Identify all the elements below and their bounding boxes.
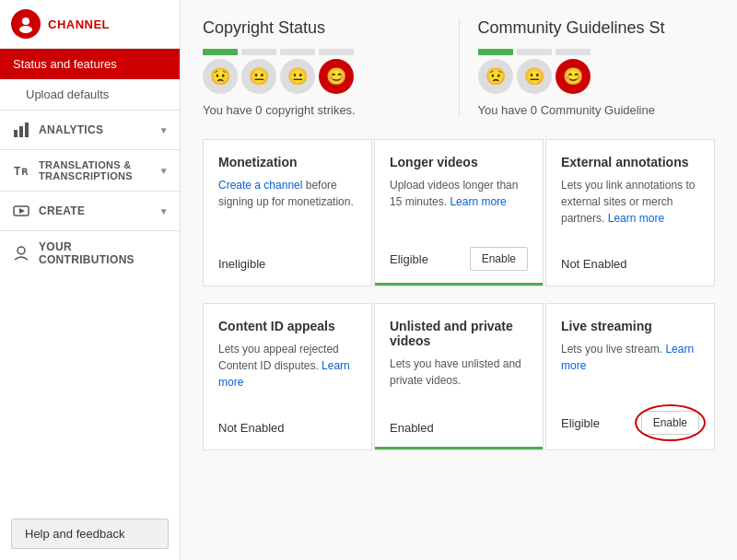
svg-rect-4 [25, 122, 29, 137]
copyright-face-row: 😟 😐 😐 😊 [203, 59, 404, 94]
svg-point-1 [19, 26, 32, 33]
card-live-streaming-title: Live streaming [561, 319, 699, 333]
card-unlisted-private-title: Unlisted and private videos [390, 319, 528, 348]
copyright-block: Copyright Status 😟 😐 😐 😊 You have 0 copy… [203, 18, 440, 117]
live-streaming-learn-more-link[interactable]: Learn more [561, 343, 694, 372]
card-unlisted-private: Unlisted and private videos Lets you hav… [374, 303, 544, 450]
copyright-bar [203, 49, 404, 55]
sidebar-item-upload[interactable]: Upload defaults [0, 79, 180, 110]
comm-face-neutral-1: 😐 [517, 59, 552, 94]
sidebar-section-translations: Tʀ TRANSLATIONS & TRANSCRIPTIONS ▼ [0, 149, 180, 191]
sidebar-item-analytics[interactable]: ANALYTICS ▼ [0, 111, 180, 149]
cards-gap [203, 288, 715, 303]
translations-chevron: ▼ [159, 166, 169, 176]
bar-seg-2 [241, 49, 276, 55]
card-longer-videos: Longer videos Upload videos longer than … [374, 139, 544, 286]
analytics-icon [11, 120, 31, 140]
svg-marker-7 [19, 208, 25, 214]
card-unlisted-private-desc: Lets you have unlisted and private video… [390, 356, 528, 401]
contributions-icon [11, 243, 31, 263]
sidebar-item-status[interactable]: Status and features [0, 49, 180, 79]
longer-videos-bar [375, 283, 543, 286]
live-streaming-enable-button[interactable]: Enable [641, 411, 699, 435]
community-strike-text: You have 0 Community Guideline [478, 103, 679, 117]
card-external-annotations-status: Not Enabled [561, 248, 699, 271]
create-label: CREATE [39, 204, 85, 217]
card-content-id-desc: Lets you appeal rejected Content ID disp… [218, 341, 357, 401]
card-content-id: Content ID appeals Lets you appeal rejec… [203, 303, 372, 450]
analytics-chevron: ▼ [159, 125, 169, 135]
card-monetization: Monetization Create a channel before sig… [203, 139, 372, 286]
face-happy: 😊 [319, 59, 354, 94]
create-channel-link[interactable]: Create a channel [218, 179, 302, 192]
translations-label: TRANSLATIONS & TRANSCRIPTIONS [39, 159, 133, 181]
card-monetization-title: Monetization [218, 155, 357, 169]
contributions-label: YOUR CONTRIBUTIONS [39, 240, 169, 266]
live-streaming-enable-wrapper: Enable [641, 411, 699, 435]
comm-bar-seg-1 [478, 49, 513, 55]
sidebar-header: CHANNEL [0, 0, 180, 49]
card-live-streaming-desc: Lets you live stream. Learn more [561, 341, 699, 391]
community-block: Community Guidelines St 😟 😐 😊 You have 0… [478, 18, 716, 117]
avatar [11, 9, 41, 39]
card-external-annotations: External annotations Lets you link annot… [545, 139, 715, 286]
bar-seg-1 [203, 49, 238, 55]
translations-icon: Tʀ [11, 160, 31, 181]
card-longer-videos-title: Longer videos [390, 155, 528, 169]
card-content-id-title: Content ID appeals [218, 319, 357, 333]
content-id-learn-more-link[interactable]: Learn more [218, 359, 350, 389]
status-divider [459, 18, 460, 117]
svg-rect-3 [19, 126, 23, 137]
channel-title: CHANNEL [48, 18, 110, 31]
face-neutral-1: 😐 [241, 59, 276, 94]
cards-row-2: Content ID appeals Lets you appeal rejec… [203, 303, 715, 450]
comm-bar-seg-2 [517, 49, 552, 55]
card-monetization-status: Ineligible [218, 248, 357, 271]
longer-videos-enable-button[interactable]: Enable [470, 247, 528, 271]
unlisted-private-bar [375, 447, 543, 449]
status-section: Copyright Status 😟 😐 😐 😊 You have 0 copy… [203, 18, 715, 117]
copyright-faces: 😟 😐 😐 😊 [203, 49, 404, 99]
longer-videos-learn-more-link[interactable]: Learn more [450, 195, 506, 208]
comm-face-sad-1: 😟 [478, 59, 513, 94]
community-bar [478, 49, 679, 55]
face-neutral-2: 😐 [280, 59, 315, 94]
card-monetization-desc: Create a channel before signing up for m… [218, 177, 357, 237]
card-longer-videos-status: Eligible Enable [390, 238, 528, 271]
longer-videos-status-text: Eligible [390, 252, 428, 266]
sidebar-section-analytics: ANALYTICS ▼ [0, 110, 180, 149]
sidebar-item-contributions[interactable]: YOUR CONTRIBUTIONS [0, 231, 180, 275]
analytics-label: ANALYTICS [39, 123, 103, 136]
sidebar: CHANNEL Status and features Upload defau… [0, 0, 181, 560]
community-faces: 😟 😐 😊 [478, 49, 679, 99]
live-streaming-status-text: Eligible [561, 416, 600, 430]
sidebar-item-translations[interactable]: Tʀ TRANSLATIONS & TRANSCRIPTIONS ▼ [0, 150, 180, 191]
card-live-streaming-status: Eligible Enable [561, 402, 699, 435]
sidebar-nav: Status and features Upload defaults ANAL… [0, 49, 180, 508]
cards-row-1: Monetization Create a channel before sig… [203, 139, 715, 286]
sidebar-section-create: CREATE ▼ [0, 191, 180, 230]
card-live-streaming: Live streaming Lets you live stream. Lea… [545, 303, 715, 450]
bar-seg-4 [319, 49, 354, 55]
svg-text:Tʀ: Tʀ [14, 165, 29, 178]
help-feedback-button[interactable]: Help and feedback [11, 519, 169, 549]
face-sad-1: 😟 [203, 59, 238, 94]
annotations-learn-more-link[interactable]: Learn more [608, 212, 664, 225]
card-external-annotations-title: External annotations [561, 155, 699, 169]
card-longer-videos-desc: Upload videos longer than 15 minutes. Le… [390, 177, 528, 227]
community-title: Community Guidelines St [478, 18, 679, 38]
community-face-row: 😟 😐 😊 [478, 59, 679, 94]
main-content: Copyright Status 😟 😐 😐 😊 You have 0 copy… [181, 0, 737, 560]
sidebar-section-contributions: YOUR CONTRIBUTIONS [0, 230, 180, 275]
card-content-id-status: Not Enabled [218, 412, 357, 435]
card-unlisted-private-status: Enabled [390, 412, 528, 435]
bar-seg-3 [280, 49, 315, 55]
create-icon [11, 201, 31, 221]
comm-bar-seg-3 [556, 49, 591, 55]
card-external-annotations-desc: Lets you link annotations to external si… [561, 177, 699, 237]
sidebar-item-create[interactable]: CREATE ▼ [0, 192, 180, 230]
svg-point-0 [22, 18, 29, 25]
comm-face-happy: 😊 [556, 59, 591, 94]
svg-point-8 [18, 247, 25, 254]
create-chevron: ▼ [159, 206, 169, 216]
